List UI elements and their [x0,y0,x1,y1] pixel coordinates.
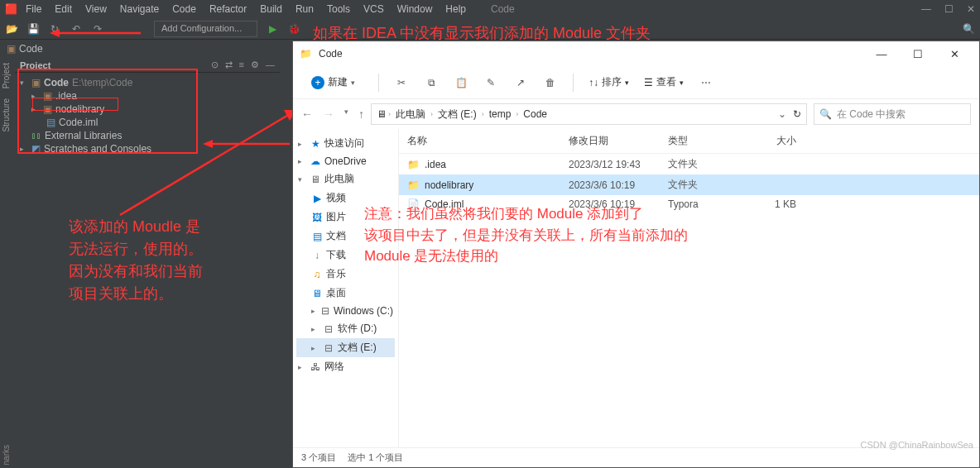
sidebar-video[interactable]: ▶视频 [296,189,395,208]
menu-window[interactable]: Window [392,2,438,17]
folder-icon: 📁 [407,159,420,170]
side-tab-project[interactable]: Project [0,58,12,93]
side-tab-structure[interactable]: Structure [0,93,12,137]
cloud-icon: ☁ [310,155,321,167]
menu-help[interactable]: Help [440,2,471,17]
sidebar-docs[interactable]: ▤文档 [296,227,395,246]
sidebar-desktop[interactable]: 🖥桌面 [296,284,395,303]
file-row[interactable]: 📄Code.iml 2023/3/6 10:19 Typora 1 KB [399,195,979,213]
menu-edit[interactable]: Edit [50,2,77,17]
paste-icon[interactable]: 📋 [454,75,468,90]
star-icon: ★ [310,138,321,150]
file-row[interactable]: 📁.idea 2023/3/12 19:43 文件夹 [399,154,979,174]
ide-close-icon[interactable]: ✕ [967,3,975,15]
status-selected: 选中 1 个项目 [348,451,403,464]
settings-icon[interactable]: ⚙ [251,60,259,70]
redo-icon[interactable]: ↷ [91,22,104,36]
address-bar[interactable]: 🖥 › 此电脑 › 文档 (E:) › temp › Code ⌄ ↻ [371,103,807,125]
sidebar-music[interactable]: ♫音乐 [296,265,395,284]
sidebar-pc[interactable]: ▾🖥此电脑 [296,170,395,189]
undo-icon[interactable]: ↶ [70,22,83,36]
drive-icon: ⊟ [323,342,334,354]
more-icon[interactable]: ⋯ [699,75,713,90]
nav-back-icon[interactable]: ← [301,107,313,121]
menu-refactor[interactable]: Refactor [204,2,252,17]
nav-forward-icon[interactable]: → [323,107,334,121]
tree-idea[interactable]: ▸ ▣ .idea [20,89,275,103]
add-configuration-dropdown[interactable]: Add Configuration... [154,21,257,37]
delete-icon[interactable]: 🗑 [543,75,558,90]
nav-recent-icon[interactable]: ▾ [344,107,348,121]
expand-icon[interactable]: ⇄ [225,60,233,70]
menu-build[interactable]: Build [255,2,287,17]
sidebar-pictures[interactable]: 🖼图片 [296,208,395,227]
save-icon[interactable]: 💾 [26,22,40,36]
run-icon[interactable]: ▶ [266,22,279,36]
sidebar-cdrive[interactable]: ▸⊟Windows (C:) [296,303,395,319]
hide-icon[interactable]: — [266,60,275,70]
breadcrumb-project[interactable]: Code [19,43,43,55]
menu-vcs[interactable]: VCS [358,2,389,17]
path-code[interactable]: Code [520,107,550,122]
nav-up-icon[interactable]: ↑ [358,107,364,121]
col-name[interactable]: 名称 [407,134,569,148]
chevron-right-icon[interactable]: ▸ [20,145,28,153]
drive-icon: ⊟ [323,323,334,335]
refresh-icon[interactable]: ↻ [793,108,801,120]
copy-icon[interactable]: ⧉ [424,75,439,90]
menu-view[interactable]: View [80,2,112,17]
rename-icon[interactable]: ✎ [483,75,498,90]
view-label: 查看 [656,75,676,89]
menu-code[interactable]: Code [167,2,201,17]
open-icon[interactable]: 📂 [5,22,18,36]
tree-root[interactable]: ▾ ▣ Code E:\temp\Code [20,76,275,89]
ide-maximize-icon[interactable]: ☐ [944,3,954,15]
desktop-icon: 🖥 [311,288,323,299]
menu-run[interactable]: Run [291,2,319,17]
menu-navigate[interactable]: Navigate [115,2,164,17]
chevron-down-icon[interactable]: ▾ [20,79,28,87]
sidebar-onedrive[interactable]: ▸☁OneDrive [296,153,395,170]
cut-icon[interactable]: ✂ [394,75,409,90]
sidebar-edrive[interactable]: ▸⊟文档 (E:) [296,338,395,357]
path-docs[interactable]: 文档 (E:) [435,106,480,123]
close-button[interactable]: ✕ [936,42,973,65]
chevron-right-icon[interactable]: ▸ [31,92,40,100]
collapse-icon[interactable]: ≡ [239,60,244,70]
watermark: CSDN @ChinaRainbowSea [860,440,973,450]
search-icon[interactable]: 🔍 [962,22,975,36]
menu-file[interactable]: File [21,2,46,17]
path-temp[interactable]: temp [486,107,515,122]
col-size[interactable]: 大小 [747,134,796,148]
tree-nodelibrary[interactable]: ▸ ▣ nodelibrary [20,103,275,116]
drive-icon: ⊟ [321,305,330,317]
view-dropdown[interactable]: ☰ 查看 ▾ [644,75,684,89]
chevron-right-icon[interactable]: ▸ [31,105,40,113]
maximize-button[interactable]: ☐ [900,42,936,65]
tree-extlib[interactable]: ⫾⫾ External Libraries [20,129,275,142]
menu-tools[interactable]: Tools [322,2,355,17]
sidebar-ddrive[interactable]: ▸⊟软件 (D:) [296,319,395,338]
path-pc[interactable]: 此电脑 [392,106,429,123]
chevron-down-icon[interactable]: ⌄ [778,108,786,120]
tree-codeiml[interactable]: ▤ Code.iml [20,116,275,129]
side-tab-bookmarks[interactable]: narks [2,445,11,465]
minimize-button[interactable]: — [863,42,900,65]
refresh-icon[interactable]: ↻ [48,22,61,36]
ide-minimize-icon[interactable]: — [921,3,931,15]
search-input[interactable]: 🔍 在 Code 中搜索 [814,103,971,125]
sidebar-downloads[interactable]: ↓下载 [296,246,395,265]
new-button[interactable]: + 新建 ▾ [303,72,363,93]
file-row[interactable]: 📁nodelibrary 2023/3/6 10:19 文件夹 [399,174,979,195]
select-file-icon[interactable]: ⊙ [211,60,219,70]
share-icon[interactable]: ↗ [513,75,528,90]
file-list-header[interactable]: 名称 修改日期 类型 大小 [399,129,979,154]
debug-icon[interactable]: 🐞 [287,22,300,36]
sidebar-network[interactable]: ▸🖧网络 [296,357,395,376]
sidebar-quick-access[interactable]: ▸★快速访问 [296,134,395,153]
tree-scratch[interactable]: ▸ ◩ Scratches and Consoles [20,142,275,155]
col-type[interactable]: 类型 [668,134,747,148]
col-date[interactable]: 修改日期 [569,134,668,148]
folder-icon: 📁 [300,48,312,60]
sort-dropdown[interactable]: ↑↓ 排序 ▾ [588,75,629,89]
